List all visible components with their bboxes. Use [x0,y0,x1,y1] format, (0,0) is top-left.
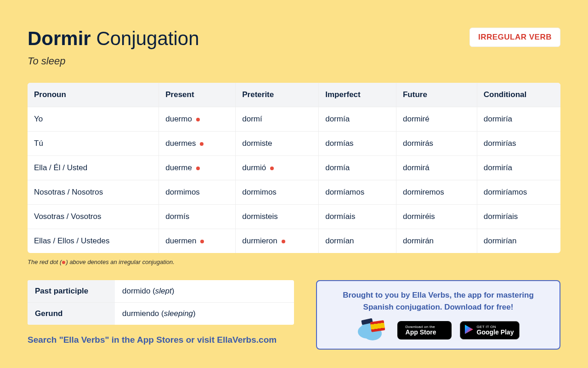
visit-link[interactable]: visit EllaVerbs.com [197,335,277,345]
column-header: Preterite [236,83,319,107]
conjugation-cell: durmieron [236,229,319,253]
table-row: Ellas / Ellos / Ustedesduermen durmieron… [28,229,560,253]
irregular-dot-icon [196,118,200,121]
irregular-badge: IRREGULAR VERB [469,28,560,47]
conjugation-cell: dormiríais [477,205,560,229]
conjugation-cell: dormís [159,205,236,229]
gerund-label: Gerund [28,303,115,325]
title-suffix: Conjugation [96,28,199,49]
forms-table: Past participle dormido (slept) Gerund d… [28,280,294,325]
search-cta: Search "Ella Verbs" in the App Stores or… [28,335,294,345]
pronoun-cell: Yo [28,107,159,132]
past-participle-value: dormido (slept) [115,280,294,303]
pronoun-cell: Tú [28,132,159,156]
column-header: Present [159,83,236,107]
footnote: The red dot () above denotes an irregula… [28,259,560,265]
table-row: Vosotras / Vosotrosdormísdormisteisdormí… [28,205,560,229]
pronoun-cell: Ellas / Ellos / Ustedes [28,229,159,253]
table-row: Nosotras / Nosotrosdormimosdormimosdormí… [28,180,560,205]
irregular-dot-icon [282,240,285,243]
conjugation-cell: dormiréis [396,205,477,229]
google-play-icon [465,325,473,335]
pronoun-cell: Vosotras / Vosotros [28,205,159,229]
conjugation-cell: dormiríamos [477,180,560,205]
table-row: Yoduermo dormídormíadormirédormiría [28,107,560,132]
column-header: Future [396,83,477,107]
conjugation-cell: dormimos [236,180,319,205]
conjugation-cell: dormirían [477,229,560,253]
conjugation-cell: dormí [236,107,319,132]
conjugation-cell: dormirá [396,156,477,180]
conjugation-cell: duerme [159,156,236,180]
conjugation-table: PronounPresentPreteriteImperfectFutureCo… [28,83,560,253]
ella-verbs-logo-icon [357,320,389,340]
conjugation-cell: duermen [159,229,236,253]
conjugation-cell: duermo [159,107,236,132]
irregular-dot-icon [196,167,200,170]
page-title: Dormir Conjugation [28,28,199,50]
conjugation-cell: dormías [319,132,396,156]
conjugation-cell: dormíais [319,205,396,229]
table-row: Túduermes dormistedormíasdormirásdormirí… [28,132,560,156]
irregular-dot-icon [270,167,274,170]
conjugation-cell: durmió [236,156,319,180]
conjugation-cell: dormisteis [236,205,319,229]
verb-translation: To sleep [28,55,199,67]
column-header: Imperfect [319,83,396,107]
column-header: Conditional [477,83,560,107]
conjugation-cell: dormiré [396,107,477,132]
conjugation-cell: dormía [319,156,396,180]
google-play-badge[interactable]: GET IT ON Google Play [460,321,520,339]
conjugation-cell: dormiste [236,132,319,156]
conjugation-cell: dormiría [477,156,560,180]
table-row: Ella / Él / Ustedduerme durmió dormíador… [28,156,560,180]
conjugation-cell: dormía [319,107,396,132]
conjugation-cell: dormimos [159,180,236,205]
svg-marker-0 [465,325,473,334]
conjugation-cell: dormíamos [319,180,396,205]
conjugation-cell: dormirán [396,229,477,253]
verb-name: Dormir [28,28,91,49]
conjugation-cell: dormirás [396,132,477,156]
past-participle-label: Past participle [28,280,115,303]
conjugation-cell: duermes [159,132,236,156]
pronoun-cell: Ella / Él / Usted [28,156,159,180]
conjugation-cell: dormirías [477,132,560,156]
conjugation-cell: dormiría [477,107,560,132]
app-store-badge[interactable]: Download on the App Store [397,321,452,339]
conjugation-cell: dormían [319,229,396,253]
irregular-dot-icon [200,240,204,243]
promo-text: Brought to you by Ella Verbs, the app fo… [330,289,547,314]
irregular-dot-icon [200,142,204,146]
promo-box: Brought to you by Ella Verbs, the app fo… [316,280,560,350]
gerund-value: durmiendo (sleeping) [115,303,294,325]
column-header: Pronoun [28,83,159,107]
irregular-dot-icon [62,261,65,264]
conjugation-cell: dormiremos [396,180,477,205]
pronoun-cell: Nosotras / Nosotros [28,180,159,205]
